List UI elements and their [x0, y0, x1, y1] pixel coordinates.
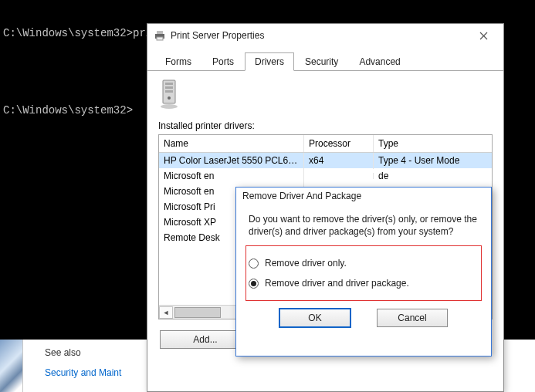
- server-icon: [158, 79, 183, 110]
- driver-list-header[interactable]: Name Processor Type: [159, 135, 492, 153]
- table-row[interactable]: Microsoft en de: [159, 168, 492, 184]
- installed-drivers-label: Installed printer drivers:: [158, 120, 493, 131]
- tab-forms[interactable]: Forms: [155, 52, 201, 71]
- tab-strip: Forms Ports Drivers Security Advanced: [147, 47, 503, 71]
- printer-icon: [154, 29, 166, 42]
- radio-remove-driver-only[interactable]: Remove driver only.: [249, 253, 479, 273]
- svg-rect-4: [165, 83, 173, 85]
- radio-label: Remove driver and driver package.: [265, 278, 409, 289]
- cell-name: HP Color LaserJet 5550 PCL6 Clas...: [159, 153, 304, 169]
- window-titlebar[interactable]: Print Server Properties: [147, 24, 503, 47]
- window-close-button[interactable]: [468, 27, 499, 44]
- radio-remove-driver-and-package[interactable]: Remove driver and driver package.: [249, 273, 479, 293]
- see-also-heading: See also: [45, 347, 139, 358]
- radio-icon: [249, 259, 259, 269]
- cell-type: Type 4 - User Mode: [374, 153, 492, 169]
- dialog-body: Do you want to remove the driver(s) only…: [236, 206, 491, 356]
- dialog-button-row: OK Cancel: [249, 296, 479, 338]
- remove-driver-dialog: Remove Driver And Package Do you want to…: [235, 187, 492, 357]
- svg-rect-2: [157, 37, 163, 40]
- tab-advanced[interactable]: Advanced: [349, 52, 410, 71]
- cancel-button[interactable]: Cancel: [377, 309, 448, 327]
- tab-drivers[interactable]: Drivers: [245, 52, 294, 71]
- cell-name: Microsoft en: [159, 167, 304, 184]
- security-and-maintenance-link[interactable]: Security and Maint: [45, 367, 139, 378]
- svg-point-8: [161, 104, 178, 109]
- radio-label: Remove driver only.: [265, 258, 347, 269]
- scroll-left-arrow-icon[interactable]: ◄: [159, 306, 173, 319]
- svg-point-7: [168, 96, 171, 100]
- tab-security[interactable]: Security: [295, 52, 348, 71]
- svg-rect-6: [165, 90, 173, 93]
- radio-icon: [249, 279, 259, 289]
- tab-ports[interactable]: Ports: [202, 52, 244, 71]
- cancel-button-label: Cancel: [398, 313, 426, 323]
- ok-button-label: OK: [308, 313, 321, 323]
- col-name[interactable]: Name: [159, 135, 304, 152]
- dialog-message: Do you want to remove the driver(s) only…: [249, 214, 479, 238]
- cell-type: de: [374, 167, 492, 184]
- table-row[interactable]: HP Color LaserJet 5550 PCL6 Clas... x64 …: [159, 153, 492, 168]
- wallpaper-thumb: [0, 340, 23, 392]
- radio-group: Remove driver only. Remove driver and dr…: [249, 253, 479, 296]
- cell-proc: [304, 173, 374, 179]
- add-button-label: Add...: [193, 334, 217, 345]
- dialog-title[interactable]: Remove Driver And Package: [236, 188, 491, 206]
- cell-proc: x64: [304, 153, 374, 169]
- svg-rect-1: [157, 31, 163, 34]
- col-processor[interactable]: Processor: [304, 135, 374, 152]
- control-panel-side: See also Security and Maint: [23, 340, 139, 392]
- svg-rect-5: [165, 86, 173, 89]
- window-title: Print Server Properties: [171, 30, 264, 41]
- scroll-thumb[interactable]: [174, 307, 221, 318]
- col-type[interactable]: Type: [374, 135, 492, 152]
- ok-button[interactable]: OK: [279, 309, 350, 327]
